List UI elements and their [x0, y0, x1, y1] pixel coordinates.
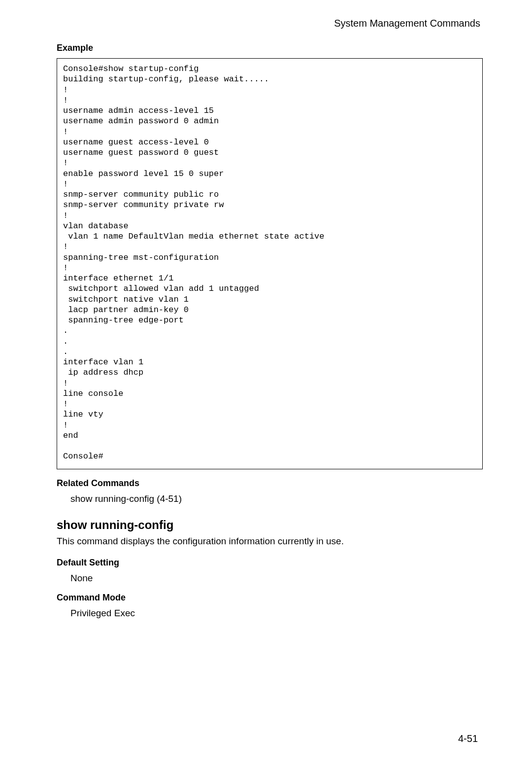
default-setting-label: Default Setting: [57, 558, 483, 568]
related-commands-text: show running-config (4-51): [70, 493, 483, 504]
example-code-block: Console#show startup-config building sta…: [57, 58, 483, 469]
command-description: This command displays the configuration …: [57, 536, 483, 547]
command-mode-value: Privileged Exec: [70, 608, 483, 619]
page-number: 4-51: [458, 733, 478, 744]
page-header-title: System Management Commands: [57, 18, 483, 29]
command-heading: show running-config: [57, 518, 483, 532]
example-label: Example: [57, 43, 483, 53]
related-commands-label: Related Commands: [57, 478, 483, 489]
default-setting-value: None: [70, 573, 483, 584]
command-mode-label: Command Mode: [57, 593, 483, 603]
